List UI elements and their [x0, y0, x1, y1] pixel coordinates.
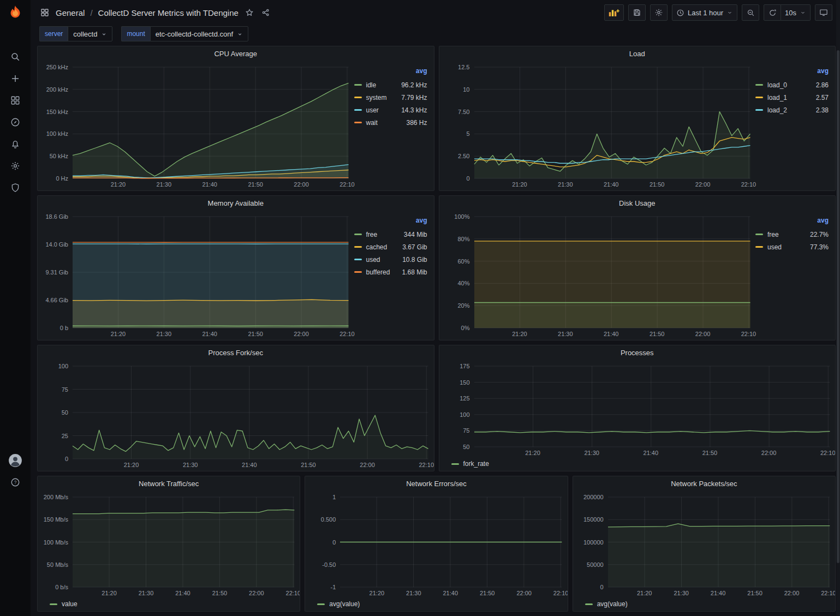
panel-title[interactable]: Network Errors/sec [406, 480, 467, 488]
panel-title[interactable]: Memory Available [208, 199, 264, 207]
chart-plot[interactable] [73, 366, 428, 459]
legend-item[interactable]: value [50, 600, 78, 608]
series-name[interactable]: buffered [366, 268, 390, 276]
series-name[interactable]: load_1 [767, 94, 787, 101]
series-name[interactable]: cached [366, 243, 388, 251]
chart-canvas[interactable] [340, 497, 562, 587]
series-name[interactable]: free [366, 231, 378, 238]
panel-title[interactable]: Network Packets/sec [671, 480, 737, 488]
legend-item[interactable]: avg(value) [317, 600, 360, 608]
legend-item[interactable]: fork_rate [451, 460, 489, 468]
series-name[interactable]: used [767, 243, 782, 251]
legend-avg-header[interactable]: avg [755, 216, 829, 228]
chart-plot[interactable] [474, 366, 830, 447]
chart-canvas[interactable] [73, 497, 294, 587]
series-name[interactable]: free [767, 231, 779, 238]
panel-header[interactable]: Memory Available [38, 196, 434, 210]
legend-item[interactable]: load_22.38 [755, 104, 829, 116]
legend-item[interactable]: free344 Mib [354, 228, 427, 241]
variable-server[interactable]: server collectd [39, 26, 112, 41]
chart-canvas[interactable] [608, 497, 830, 587]
legend-item[interactable]: load_02.86 [755, 79, 829, 91]
series-name[interactable]: value [62, 600, 78, 608]
panel-header[interactable]: Load [439, 46, 836, 61]
panel-title[interactable]: Load [629, 50, 645, 58]
legend-avg-header[interactable]: avg [354, 66, 427, 79]
panel-header[interactable]: Network Errors/sec [305, 476, 567, 491]
legend-item[interactable]: system7.79 kHz [354, 91, 427, 104]
sidebar-item-profile[interactable] [0, 452, 31, 469]
sidebar-item-configuration[interactable] [0, 157, 31, 175]
sidebar-item-server-admin[interactable] [0, 179, 31, 196]
panel-title[interactable]: Process Fork/sec [208, 349, 263, 357]
add-panel-button[interactable] [604, 4, 624, 21]
variable-mount-value[interactable]: etc-collectd-collectd.conf [150, 26, 248, 41]
chart-plot[interactable] [340, 497, 562, 587]
star-dashboard-button[interactable] [244, 7, 255, 18]
series-name[interactable]: idle [366, 81, 377, 89]
save-dashboard-button[interactable] [628, 4, 646, 21]
legend-item[interactable]: free22.7% [755, 228, 829, 241]
sidebar-item-explore[interactable] [0, 113, 31, 131]
legend-item[interactable]: cached3.67 Gib [354, 241, 427, 253]
chart-plot[interactable] [608, 497, 830, 587]
legend-item[interactable]: buffered1.68 Mib [354, 266, 427, 278]
series-name[interactable]: user [366, 106, 379, 114]
legend-item[interactable]: wait386 Hz [354, 116, 427, 129]
page-scrollbar[interactable] [836, 0, 840, 616]
panel-title[interactable]: Network Traffic/sec [139, 480, 199, 488]
time-range-picker[interactable]: Last 1 hour [672, 4, 737, 21]
panel-header[interactable]: Network Traffic/sec [38, 476, 300, 491]
legend-item[interactable]: used77.3% [755, 241, 829, 253]
panel-title[interactable]: Processes [621, 349, 654, 357]
dashboard-title[interactable]: CollectD Server Metrics with TDengine [98, 8, 239, 17]
chart-canvas[interactable] [474, 67, 750, 178]
panel-header[interactable]: CPU Average [38, 46, 434, 61]
legend-item[interactable]: user14.3 kHz [354, 104, 427, 116]
zoom-out-time-button[interactable] [742, 4, 759, 21]
sidebar-item-create[interactable] [0, 70, 31, 87]
legend-item[interactable]: used10.8 Gib [354, 253, 427, 266]
series-name[interactable]: avg(value) [597, 600, 628, 608]
chart-plot[interactable] [474, 217, 750, 328]
legend-item[interactable]: avg(value) [585, 600, 628, 608]
series-name[interactable]: wait [366, 119, 378, 127]
chart-plot[interactable] [73, 497, 294, 587]
panel-header[interactable]: Disk Usage [439, 196, 836, 210]
legend-avg-header[interactable]: avg [755, 66, 829, 79]
chart-canvas[interactable] [474, 366, 830, 447]
refresh-interval-picker[interactable]: 10s [781, 4, 811, 21]
variable-mount[interactable]: mount etc-collectd-collectd.conf [121, 26, 248, 41]
dashboard-settings-button[interactable] [650, 4, 668, 21]
refresh-dashboard-button[interactable] [764, 4, 781, 21]
series-name[interactable]: system [366, 94, 387, 101]
series-name[interactable]: load_0 [767, 81, 787, 89]
breadcrumb-folder[interactable]: General [56, 8, 85, 17]
panel-title[interactable]: Disk Usage [619, 199, 655, 207]
panel-title[interactable]: CPU Average [214, 50, 257, 58]
sidebar-item-help[interactable]: ? [0, 474, 31, 491]
sidebar-item-alerting[interactable] [0, 135, 31, 153]
chart-plot[interactable] [474, 67, 750, 178]
legend-item[interactable]: load_12.57 [755, 91, 829, 104]
sidebar-item-dashboards[interactable] [0, 92, 31, 109]
share-dashboard-button[interactable] [260, 7, 271, 18]
panel-header[interactable]: Network Packets/sec [573, 476, 835, 491]
series-name[interactable]: fork_rate [463, 460, 489, 468]
sidebar-item-search[interactable] [0, 48, 31, 65]
chart-canvas[interactable] [73, 217, 349, 328]
panel-header[interactable]: Processes [439, 345, 836, 360]
legend-avg-header[interactable]: avg [354, 216, 427, 228]
legend-item[interactable]: idle96.2 kHz [354, 79, 427, 91]
panel-header[interactable]: Process Fork/sec [38, 345, 434, 360]
chart-canvas[interactable] [474, 217, 750, 328]
chart-plot[interactable] [73, 217, 349, 328]
chart-canvas[interactable] [73, 366, 428, 459]
series-name[interactable]: avg(value) [329, 600, 360, 608]
grafana-logo[interactable] [0, 0, 31, 25]
series-name[interactable]: load_2 [767, 106, 787, 114]
scrollbar-thumb[interactable] [837, 50, 839, 563]
variable-server-value[interactable]: collectd [68, 26, 112, 41]
series-name[interactable]: used [366, 256, 380, 264]
cycle-view-mode-button[interactable] [815, 4, 832, 21]
